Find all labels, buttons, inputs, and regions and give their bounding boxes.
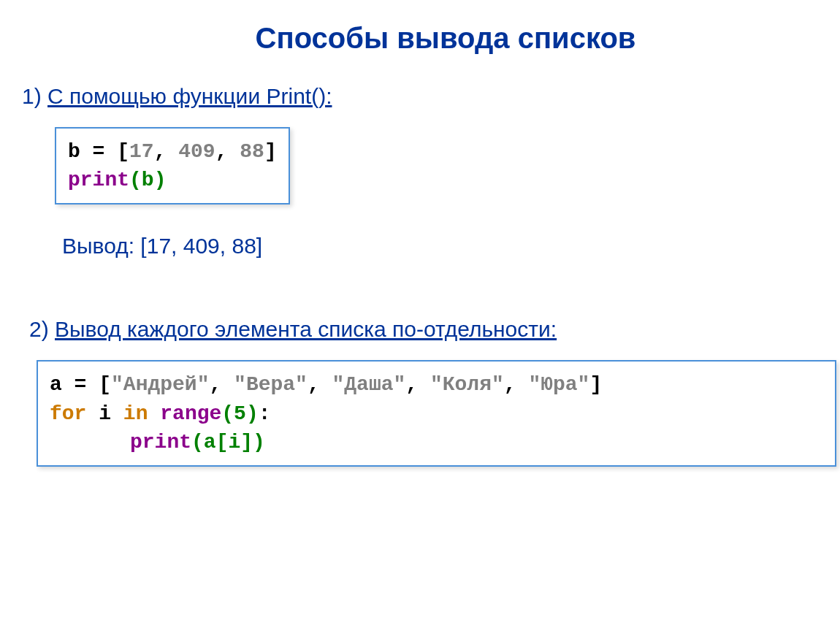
code-arg-b: b [142,169,154,191]
code-str-kolya: "Коля" [430,373,504,396]
code-line-3: print(a[i]) [50,428,823,456]
section-2-text: Вывод каждого элемента списка по-отдельн… [55,317,557,341]
code-line-1: a = ["Андрей", "Вера", "Даша", "Коля", "… [50,370,823,399]
section-2-label: 2) Вывод каждого элемента списка по-отде… [29,317,818,342]
section-2-num: 2) [29,317,55,341]
code-bracket-close: ] [264,140,277,163]
code-paren-close: ) [246,402,259,425]
code-paren-open: ( [221,402,234,425]
code-var-b: b [68,140,80,163]
code-line-2: for i in range(5): [50,399,823,428]
code-space [86,402,99,425]
code-num-88: 88 [240,140,264,163]
code-kw-in: in [123,402,148,425]
code-line-1: b = [17, 409, 88] [68,137,277,166]
code-comma: , [154,140,179,163]
code-num-5: 5 [234,402,246,425]
code-str-dasha: "Даша" [332,373,406,396]
code-var-a: a [50,373,62,396]
code-paren-open: ( [191,431,204,454]
code-num-409: 409 [178,140,215,163]
code-var-i: i [228,431,240,454]
code-comma: , [405,373,430,396]
slide-title: Способы вывода списков [73,22,818,55]
code-var-i: i [99,402,111,425]
code-line-2: print(b) [68,166,277,194]
code-paren-close: ) [253,431,265,454]
code-str-andrey: "Андрей" [111,373,209,396]
output-text: Вывод: [17, 409, 88] [62,234,818,259]
code-bracket-open: [ [117,140,129,163]
code-num-17: 17 [129,140,154,163]
code-comma: , [215,140,240,163]
code-bracket-close: ] [240,431,253,454]
code-str-yura: "Юра" [528,373,589,396]
section-1-label: 1) С помощью функции Print(): [22,84,818,109]
code-block-2: a = ["Андрей", "Вера", "Даша", "Коля", "… [37,360,836,467]
code-bracket-open: [ [99,373,111,396]
section-1-text: С помощью функции Print(): [47,84,332,108]
code-func-print: print [68,169,129,191]
code-block-1: b = [17, 409, 88] print(b) [55,127,290,204]
code-func-range: range [160,402,221,425]
code-eq: = [80,140,117,163]
code-space [111,402,123,425]
code-bracket-close: ] [589,373,602,396]
code-bracket-open: [ [216,431,229,454]
code-func-print: print [130,431,191,454]
code-kw-for: for [50,402,86,425]
code-arg-a: a [204,431,216,454]
code-comma: , [209,373,234,396]
code-comma: , [308,373,332,396]
code-comma: , [504,373,529,396]
code-paren-close: ) [154,169,167,191]
section-1-num: 1) [22,84,47,108]
code-eq: = [62,373,99,396]
code-space [148,402,160,425]
code-paren-open: ( [129,169,142,191]
code-str-vera: "Вера" [234,373,308,396]
code-colon: : [259,402,271,425]
